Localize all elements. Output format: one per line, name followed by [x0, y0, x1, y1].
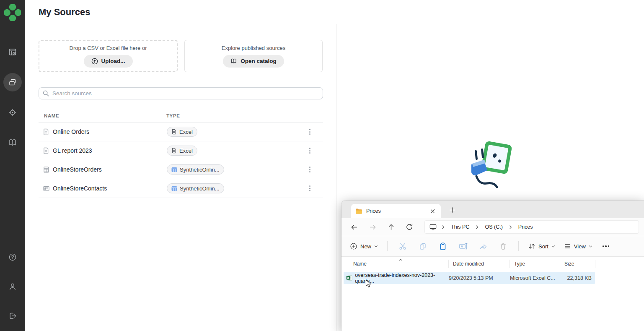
reports-icon — [8, 47, 17, 57]
sort-ascending-caret-icon — [398, 257, 403, 263]
row-menu-kebab-icon[interactable] — [307, 184, 313, 193]
breadcrumb-os-c[interactable]: OS (C:) — [483, 223, 504, 231]
copy-icon[interactable] — [418, 239, 428, 253]
column-header-type[interactable]: Type — [510, 260, 560, 268]
open-catalog-button[interactable]: Open catalog — [223, 55, 284, 68]
app-sidebar — [0, 0, 25, 331]
excel-doc-icon — [171, 129, 177, 135]
breadcrumb-prices[interactable]: Prices — [517, 223, 535, 231]
source-row[interactable]: Online Orders Excel — [39, 122, 323, 141]
upload-icon — [91, 58, 98, 65]
search-icon — [42, 90, 49, 97]
tab-close-icon[interactable] — [428, 207, 437, 215]
type-badge-label: Excel — [179, 129, 193, 135]
delete-icon[interactable] — [498, 239, 508, 253]
sort-button-label: Sort — [538, 243, 548, 250]
file-row-selected[interactable]: overseas-trade-indexes-nov-2023-quarte..… — [344, 272, 595, 284]
sidebar-item-reports[interactable] — [3, 43, 22, 61]
more-icon[interactable] — [603, 245, 610, 247]
sort-arrows-icon — [528, 242, 535, 250]
source-name: OnlineStoreOrders — [53, 166, 167, 173]
source-row[interactable]: GL report 2023 Excel — [39, 141, 323, 160]
paste-icon[interactable] — [438, 239, 448, 253]
explorer-tab-bar: Prices — [341, 201, 644, 218]
toolbar-divider — [518, 241, 519, 251]
clover-logo — [4, 4, 21, 21]
view-list-icon — [564, 242, 571, 250]
catalog-hint: Explore published sources — [222, 45, 285, 51]
sidebar-item-logout[interactable] — [3, 307, 22, 325]
source-row[interactable]: OnlineStoreOrders SyntheticOnlin... — [39, 160, 323, 179]
row-menu-kebab-icon[interactable] — [307, 165, 313, 174]
sidebar-item-lineage[interactable] — [3, 103, 22, 122]
sidebar-item-help[interactable] — [3, 248, 22, 266]
type-badge: SyntheticOnlin... — [167, 183, 224, 193]
column-header-date-modified[interactable]: Date modified — [449, 260, 510, 268]
view-button[interactable]: View — [559, 239, 597, 253]
this-pc-icon — [429, 223, 437, 231]
new-button-label: New — [360, 243, 371, 250]
open-book-icon — [230, 58, 237, 65]
explorer-tab-prices[interactable]: Prices — [351, 204, 441, 218]
search-input[interactable] — [39, 87, 323, 99]
upload-button[interactable]: Upload... — [84, 55, 133, 68]
excel-doc-icon — [171, 148, 177, 154]
column-header-size[interactable]: Size — [560, 260, 595, 268]
type-badge: SyntheticOnlin... — [167, 164, 224, 175]
source-name: Online Orders — [53, 128, 167, 135]
explorer-columns-header: Name Date modified Type Size — [341, 257, 644, 271]
up-icon[interactable] — [382, 220, 400, 234]
contact-card-icon — [39, 185, 53, 192]
file-document-icon — [39, 147, 53, 154]
synthetic-table-icon — [171, 186, 177, 191]
new-tab-icon[interactable] — [447, 205, 457, 215]
table-file-icon — [39, 166, 53, 173]
column-header-name[interactable]: Name — [344, 260, 449, 268]
explorer-address-row: This PC OS (C:) Prices — [341, 218, 644, 236]
excel-file-icon — [346, 275, 352, 281]
source-row[interactable]: OnlineStoreContacts SyntheticOnlin... — [39, 179, 323, 198]
dropzone-hint: Drop a CSV or Excel file here or — [70, 45, 147, 51]
sources-icon — [8, 78, 17, 87]
row-menu-kebab-icon[interactable] — [307, 127, 313, 136]
chevron-down-icon — [589, 245, 592, 248]
folder-icon — [355, 208, 362, 214]
chevron-down-icon — [551, 245, 555, 248]
crosshair-icon — [8, 108, 17, 117]
column-header-name[interactable]: NAME — [39, 113, 166, 118]
person-icon — [8, 282, 17, 291]
sidebar-item-account[interactable] — [3, 277, 22, 296]
explorer-toolbar: New — [341, 236, 644, 257]
toolbar-divider — [387, 241, 388, 251]
forward-icon[interactable] — [363, 220, 382, 234]
sidebar-item-catalog[interactable] — [3, 133, 22, 152]
file-size: 22,318 KB — [560, 275, 593, 281]
chevron-right-icon — [475, 225, 479, 229]
type-badge: Excel — [167, 127, 197, 137]
address-bar[interactable]: This PC OS (C:) Prices — [424, 220, 639, 234]
type-badge-label: SyntheticOnlin... — [180, 167, 220, 173]
view-button-label: View — [574, 243, 586, 250]
chevron-right-icon — [441, 225, 445, 229]
help-icon — [8, 253, 17, 262]
row-menu-kebab-icon[interactable] — [307, 146, 313, 155]
share-icon[interactable] — [478, 239, 488, 253]
column-header-type[interactable]: TYPE — [166, 113, 180, 118]
synthetic-table-icon — [171, 167, 177, 172]
sort-button[interactable]: Sort — [524, 239, 559, 253]
back-icon[interactable] — [345, 220, 363, 234]
file-dropzone[interactable]: Drop a CSV or Excel file here or Upload.… — [39, 40, 178, 72]
chevron-down-icon — [374, 245, 378, 248]
tab-title: Prices — [366, 208, 381, 214]
rename-icon[interactable] — [458, 239, 468, 253]
file-explorer-window: Prices — [341, 201, 644, 331]
new-plus-icon — [350, 242, 357, 250]
breadcrumb-this-pc[interactable]: This PC — [449, 223, 471, 231]
cut-icon[interactable] — [398, 239, 408, 253]
new-button[interactable]: New — [346, 239, 382, 253]
page-title: My Sources — [39, 7, 91, 18]
file-document-icon — [39, 128, 53, 136]
refresh-icon[interactable] — [400, 220, 419, 234]
sidebar-item-sources[interactable] — [3, 73, 22, 91]
sources-table-header: NAME TYPE — [39, 109, 323, 122]
